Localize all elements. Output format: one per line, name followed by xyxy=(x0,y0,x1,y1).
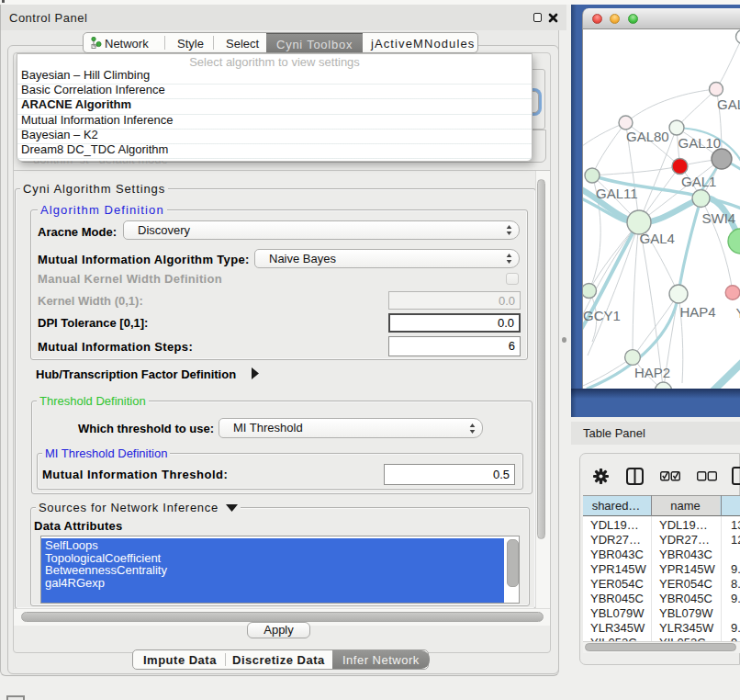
svg-text:GAL10: GAL10 xyxy=(678,135,722,151)
svg-text:GAL80: GAL80 xyxy=(626,129,669,144)
svg-text:GCY1: GCY1 xyxy=(583,308,621,323)
svg-text:GAL1: GAL1 xyxy=(681,174,716,189)
svg-text:GAL8: GAL8 xyxy=(717,96,740,112)
svg-text:HAP4: HAP4 xyxy=(680,304,716,320)
svg-text:Y: Y xyxy=(736,305,740,321)
svg-text:HAP2: HAP2 xyxy=(634,365,670,380)
svg-text:GAL11: GAL11 xyxy=(596,186,638,201)
svg-text:GAL4: GAL4 xyxy=(640,231,675,246)
svg-text:SWI4: SWI4 xyxy=(702,210,736,226)
